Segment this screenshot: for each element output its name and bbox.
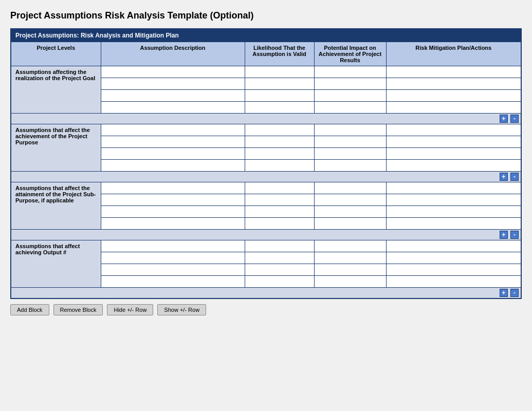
group3-add-row-button[interactable]: + (500, 231, 508, 239)
group2-mitigation-2[interactable] (386, 136, 521, 148)
group1-desc-4[interactable] (101, 102, 245, 114)
group2-desc-1[interactable] (101, 124, 245, 136)
col-header-assumption-desc: Assumption Description (101, 42, 245, 66)
group3-mitigation-2[interactable] (386, 194, 521, 206)
group2-desc-3[interactable] (101, 148, 245, 160)
col-header-risk-mitigation: Risk Mitigation Plan/Actions (386, 42, 521, 66)
group1-add-row-button[interactable]: + (500, 115, 508, 123)
group1-row1: Assumptions affecting the realization of… (11, 66, 521, 78)
group4-desc-4[interactable] (101, 276, 245, 288)
group1-desc-1[interactable] (101, 66, 245, 78)
group4-likelihood-4[interactable] (245, 276, 314, 288)
group1-impact-1[interactable] (314, 66, 386, 78)
show-row-button[interactable]: Show +/- Row (157, 304, 206, 315)
group1-mitigation-3[interactable] (386, 90, 521, 102)
group2-mitigation-3[interactable] (386, 148, 521, 160)
main-table: Project Assumptions: Risk Analysis and M… (10, 28, 522, 299)
group4-likelihood-1[interactable] (245, 240, 314, 252)
group2-impact-2[interactable] (314, 136, 386, 148)
group3-likelihood-3[interactable] (245, 206, 314, 218)
group3-impact-4[interactable] (314, 218, 386, 230)
group2-desc-2[interactable] (101, 136, 245, 148)
col-header-project-levels: Project Levels (11, 42, 101, 66)
group1-impact-4[interactable] (314, 102, 386, 114)
group1-remove-row-button[interactable]: - (510, 115, 519, 123)
group2-desc-4[interactable] (101, 160, 245, 172)
page-title: Project Assumptions Risk Analysis Templa… (10, 10, 522, 21)
group4-impact-3[interactable] (314, 264, 386, 276)
section-header: Project Assumptions: Risk Analysis and M… (11, 29, 521, 42)
group4-mitigation-3[interactable] (386, 264, 521, 276)
group3-likelihood-2[interactable] (245, 194, 314, 206)
group4-desc-3[interactable] (101, 264, 245, 276)
group3-desc-4[interactable] (101, 218, 245, 230)
bottom-toolbar: Add Block Remove Block Hide +/- Row Show… (10, 304, 522, 315)
group4-impact-1[interactable] (314, 240, 386, 252)
group2-likelihood-1[interactable] (245, 124, 314, 136)
group3-mitigation-3[interactable] (386, 206, 521, 218)
remove-block-button[interactable]: Remove Block (53, 304, 103, 315)
group3-impact-1[interactable] (314, 182, 386, 194)
group2-add-row-button[interactable]: + (500, 173, 508, 181)
group3-label: Assumptions that affect the attainment o… (11, 182, 101, 230)
group1-likelihood-1[interactable] (245, 66, 314, 78)
group1-mitigation-2[interactable] (386, 78, 521, 90)
group1-likelihood-3[interactable] (245, 90, 314, 102)
group3-impact-2[interactable] (314, 194, 386, 206)
group3-mitigation-1[interactable] (386, 182, 521, 194)
group4-row1: Assumptions that affect achieving Output… (11, 240, 521, 252)
group1-desc-2[interactable] (101, 78, 245, 90)
group2-likelihood-4[interactable] (245, 160, 314, 172)
group1-impact-3[interactable] (314, 90, 386, 102)
group4-mitigation-1[interactable] (386, 240, 521, 252)
group1-mitigation-4[interactable] (386, 102, 521, 114)
group2-impact-1[interactable] (314, 124, 386, 136)
group2-mitigation-4[interactable] (386, 160, 521, 172)
col-header-likelihood: Likelihood That the Assumption is Valid (245, 42, 314, 66)
group3-desc-1[interactable] (101, 182, 245, 194)
group3-mitigation-4[interactable] (386, 218, 521, 230)
group4-impact-2[interactable] (314, 252, 386, 264)
group1-controls-cell: + - (11, 114, 521, 124)
group1-impact-2[interactable] (314, 78, 386, 90)
group4-remove-row-button[interactable]: - (510, 289, 519, 297)
group3-desc-2[interactable] (101, 194, 245, 206)
group4-likelihood-2[interactable] (245, 252, 314, 264)
group4-controls-cell: + - (11, 288, 521, 299)
group1-likelihood-2[interactable] (245, 78, 314, 90)
group1-mitigation-1[interactable] (386, 66, 521, 78)
group3-likelihood-4[interactable] (245, 218, 314, 230)
group4-desc-1[interactable] (101, 240, 245, 252)
group2-controls-row: + - (11, 172, 521, 182)
group1-controls-row: + - (11, 114, 521, 124)
col-header-potential-impact: Potential Impact on Achievement of Proje… (314, 42, 386, 66)
group2-likelihood-3[interactable] (245, 148, 314, 160)
group2-impact-3[interactable] (314, 148, 386, 160)
group1-desc-3[interactable] (101, 90, 245, 102)
group3-desc-3[interactable] (101, 206, 245, 218)
group4-label: Assumptions that affect achieving Output… (11, 240, 101, 288)
add-block-button[interactable]: Add Block (10, 304, 49, 315)
group4-impact-4[interactable] (314, 276, 386, 288)
group3-remove-row-button[interactable]: - (510, 231, 519, 239)
group2-row1: Assumptions that affect the achievement … (11, 124, 521, 136)
group2-remove-row-button[interactable]: - (510, 173, 519, 181)
group3-controls-cell: + - (11, 230, 521, 240)
group1-likelihood-4[interactable] (245, 102, 314, 114)
group4-mitigation-4[interactable] (386, 276, 521, 288)
group2-likelihood-2[interactable] (245, 136, 314, 148)
group4-likelihood-3[interactable] (245, 264, 314, 276)
group2-mitigation-1[interactable] (386, 124, 521, 136)
group3-row1: Assumptions that affect the attainment o… (11, 182, 521, 194)
group2-impact-4[interactable] (314, 160, 386, 172)
group4-mitigation-2[interactable] (386, 252, 521, 264)
group1-label: Assumptions affecting the realization of… (11, 66, 101, 114)
group3-impact-3[interactable] (314, 206, 386, 218)
group4-desc-2[interactable] (101, 252, 245, 264)
group3-likelihood-1[interactable] (245, 182, 314, 194)
group3-controls-row: + - (11, 230, 521, 240)
group4-controls-row: + - (11, 288, 521, 299)
group2-controls-cell: + - (11, 172, 521, 182)
group4-add-row-button[interactable]: + (500, 289, 508, 297)
hide-row-button[interactable]: Hide +/- Row (107, 304, 153, 315)
